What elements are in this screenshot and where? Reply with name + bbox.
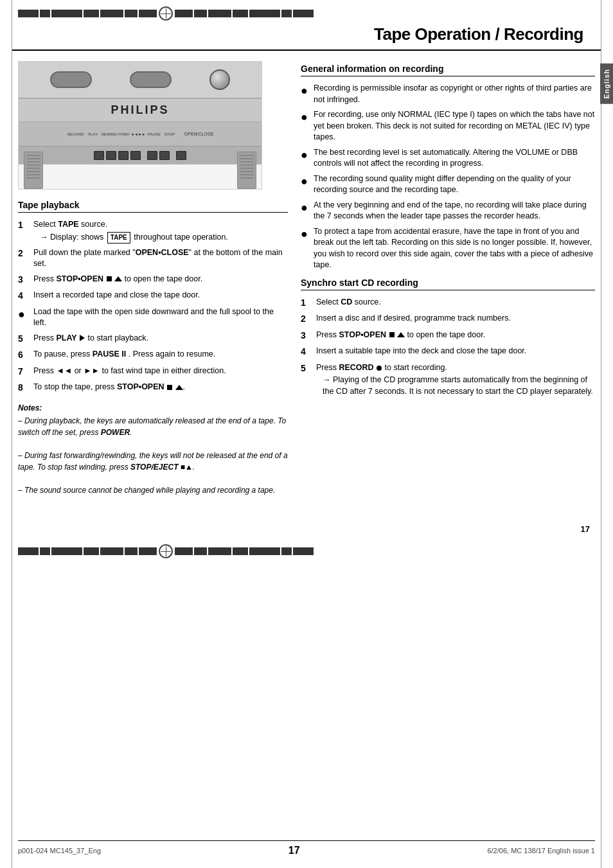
bullet-icon-1: ● — [301, 85, 310, 96]
footer-left-text: p001-024 MC145_37_Eng — [18, 847, 101, 855]
bullet-4: ● The recording sound quality might diff… — [301, 173, 595, 196]
strip-r5 — [249, 10, 280, 17]
strip-1 — [18, 10, 39, 17]
synchro-heading: Synchro start CD recording — [301, 278, 595, 290]
step-4: 4 Insert a recorded tape and close the t… — [18, 290, 288, 303]
page-title-container: Tape Operation / Recording — [12, 24, 601, 51]
synchro-list: 1 Select CD source. 2 Insert a disc and … — [301, 297, 595, 398]
bullet-6: ● To protect a tape from accidental eras… — [301, 226, 595, 271]
notes-section: Notes: – During playback, the keys are a… — [18, 403, 288, 496]
btn-pause — [159, 151, 170, 160]
step-1: 1 Select TAPE source. → Display: shows T… — [18, 219, 288, 244]
tape-playback-list: 1 Select TAPE source. → Display: shows T… — [18, 219, 288, 394]
strip-4 — [84, 10, 99, 17]
general-info-heading: General information on recording — [301, 64, 595, 76]
bullet-icon-4: ● — [301, 175, 310, 187]
ctrl-label-play: PLAY — [86, 132, 100, 136]
ctrl-label-rewind: REWIND — [102, 132, 117, 136]
strip-7 — [139, 10, 157, 17]
main-content: PHILIPS RECORD PLAY REWIND FFWD ◄◄►► PAU… — [0, 51, 613, 496]
strip-6 — [125, 10, 138, 17]
strip-r4 — [233, 10, 248, 17]
page-border-left — [12, 0, 12, 868]
step-4b: ● Load the tape with the open side downw… — [18, 306, 288, 329]
tape-slot-right — [130, 71, 172, 88]
synchro-step-5: 5 Press RECORD to start recording. → Pla… — [301, 362, 595, 398]
bullet-icon-3: ● — [301, 149, 310, 161]
btn-ffwd — [130, 151, 141, 160]
notes-body: – During playback, the keys are automati… — [18, 415, 288, 496]
bullet-icon-5: ● — [301, 202, 310, 213]
left-column: PHILIPS RECORD PLAY REWIND FFWD ◄◄►► PAU… — [18, 51, 288, 496]
tape-slot-left — [50, 71, 92, 88]
btn-stop — [147, 151, 157, 160]
strip-block-left — [18, 10, 157, 17]
strip-r3 — [208, 10, 231, 17]
page-number: 17 — [581, 524, 590, 534]
synchro-step-1: 1 Select CD source. — [301, 297, 595, 310]
bullet-2: ● For recording, use only NORMAL (IEC ty… — [301, 109, 595, 143]
bullet-icon-2: ● — [301, 111, 310, 123]
speaker-left — [24, 152, 43, 189]
step-5: 5 Press PLAY to start playback. — [18, 333, 288, 346]
page-title: Tape Operation / Recording — [374, 24, 583, 44]
ctrl-label-record: RECORD — [67, 132, 85, 136]
bullet-1: ● Recording is permissible insofar as co… — [301, 83, 595, 105]
footer-center-text: 17 — [289, 845, 300, 856]
crosshair-icon — [159, 6, 173, 21]
bullet-3: ● The best recording level is set automa… — [301, 147, 595, 170]
btn-record — [94, 151, 104, 160]
controls-row: RECORD PLAY REWIND FFWD ◄◄►► PAUSE STOP … — [19, 122, 262, 146]
header-strips-right — [175, 10, 314, 17]
strip-r7 — [293, 10, 314, 17]
tape-playback-heading: Tape playback — [18, 200, 288, 213]
english-tab: English — [600, 64, 613, 104]
synchro-step-4: 4 Insert a suitable tape into the deck a… — [301, 346, 595, 359]
brand-name: PHILIPS — [19, 99, 262, 122]
step-6: 6 To pause, press PAUSE II . Press again… — [18, 349, 288, 362]
general-info-bullets: ● Recording is permissible insofar as co… — [301, 83, 595, 271]
btn-open — [176, 151, 186, 160]
header-strips-left — [18, 10, 157, 17]
btn-play — [106, 151, 116, 160]
step-3: 3 Press STOP•OPEN to open the tape door. — [18, 274, 288, 287]
header-strip-bar — [0, 0, 613, 24]
page-number-area: 17 — [0, 522, 613, 534]
synchro-step-2: 2 Insert a disc and if desired, programm… — [301, 313, 595, 326]
ctrl-label-open: OPEN/CLOSE — [184, 132, 214, 136]
device-image: PHILIPS RECORD PLAY REWIND FFWD ◄◄►► PAU… — [18, 61, 262, 190]
page-border-right — [601, 0, 601, 868]
volume-knob — [209, 69, 230, 90]
footer-right-text: 6/2/06, MC 138/17 English issue 1 — [487, 847, 595, 855]
strip-r1 — [175, 10, 193, 17]
strip-r2 — [194, 10, 207, 17]
synchro-step-3: 3 Press STOP•OPEN to open the tape door. — [301, 330, 595, 342]
right-column: English General information on recording… — [301, 51, 595, 496]
ctrl-label-stop: STOP — [163, 132, 177, 136]
speaker-right — [237, 152, 256, 189]
ctrl-label-ffwd: FFWD ◄◄►► — [118, 132, 146, 136]
strip-5 — [100, 10, 123, 17]
bullet-icon-6: ● — [301, 228, 310, 240]
btn-rew — [118, 151, 129, 160]
bullet-5: ● At the very beginning and end of the t… — [301, 200, 595, 222]
strip-block-right — [175, 10, 314, 17]
strip-2 — [40, 10, 50, 17]
bottom-crosshair-icon — [159, 544, 173, 558]
notes-heading: Notes: — [18, 403, 288, 412]
strip-r6 — [281, 10, 292, 17]
step-2: 2 Pull down the plate marked "OPEN•CLOSE… — [18, 247, 288, 270]
footer-strips-left — [18, 547, 157, 555]
header-crosshair — [157, 6, 175, 21]
step-7: 7 Press ◄◄ or ►► to fast wind tape in ei… — [18, 366, 288, 378]
page-footer: p001-024 MC145_37_Eng 17 6/2/06, MC 138/… — [18, 840, 595, 856]
ctrl-label-pause: PAUSE — [147, 132, 161, 136]
footer-strip-bar — [0, 538, 613, 565]
strip-3 — [51, 10, 82, 17]
step-8: 8 To stop the tape, press STOP•OPEN . — [18, 382, 288, 394]
